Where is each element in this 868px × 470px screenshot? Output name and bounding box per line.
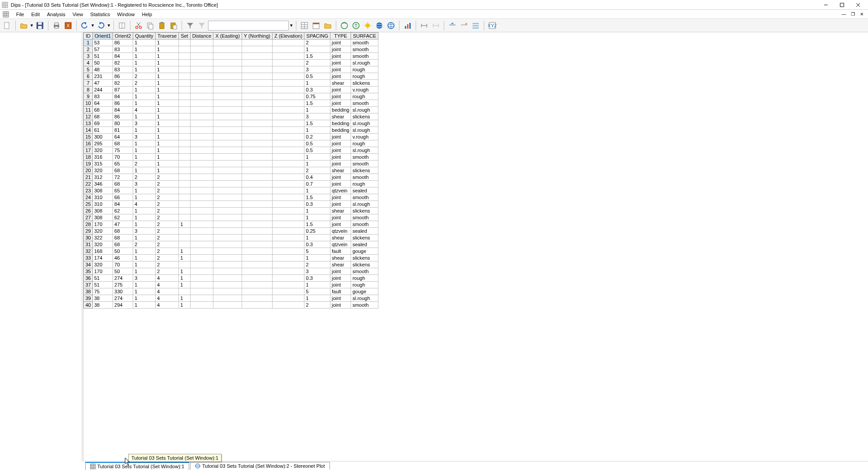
table-cell[interactable] — [242, 235, 272, 241]
table-cell[interactable] — [190, 140, 213, 147]
table-cell[interactable] — [179, 201, 191, 208]
table-cell[interactable]: joint — [330, 194, 351, 201]
table-row[interactable]: 106486111.5jointsmooth — [84, 100, 378, 107]
table-cell[interactable]: slickens — [351, 255, 378, 261]
table-cell[interactable]: 294 — [113, 302, 133, 309]
table-cell[interactable] — [272, 208, 304, 214]
table-cell[interactable]: shear — [330, 80, 351, 87]
filter-combo-dropdown[interactable]: ▾ — [290, 22, 293, 28]
table-cell[interactable] — [272, 127, 304, 134]
table-cell[interactable]: 320 — [93, 228, 113, 235]
table-cell[interactable]: bedding — [330, 107, 351, 113]
column-header[interactable]: TYPE — [330, 33, 351, 39]
table-cell[interactable]: 50 — [93, 60, 113, 66]
column-header[interactable]: Z (Elevation) — [272, 33, 304, 39]
filter-clear-button[interactable] — [196, 20, 207, 31]
table-cell[interactable] — [272, 167, 304, 174]
table-row[interactable]: 136980311.5beddingsl.rough — [84, 120, 378, 127]
table-cell[interactable] — [190, 100, 213, 107]
table-cell[interactable] — [272, 174, 304, 181]
table-cell[interactable]: 4 — [133, 201, 156, 208]
table-cell[interactable]: 1 — [133, 39, 156, 46]
table-cell[interactable]: 3 — [84, 53, 93, 60]
table-cell[interactable]: joint — [330, 174, 351, 181]
table-cell[interactable]: 310 — [93, 201, 113, 208]
table-cell[interactable] — [179, 80, 191, 87]
table-row[interactable]: 74782211shearslickens — [84, 80, 378, 87]
table-cell[interactable]: 37 — [84, 282, 93, 288]
table-cell[interactable] — [272, 221, 304, 228]
close-button[interactable] — [850, 0, 866, 9]
table-cell[interactable]: 2 — [156, 221, 179, 228]
table-cell[interactable] — [272, 53, 304, 60]
table-cell[interactable] — [190, 282, 213, 288]
table-cell[interactable]: bedding — [330, 127, 351, 134]
table-cell[interactable]: 330 — [113, 288, 133, 295]
table-cell[interactable] — [242, 73, 272, 80]
table-cell[interactable]: 46 — [113, 255, 133, 261]
column-header[interactable]: X (Easting) — [213, 33, 242, 39]
table-cell[interactable]: smooth — [351, 194, 378, 201]
manage-rows-button[interactable] — [470, 20, 481, 31]
table-cell[interactable] — [213, 221, 242, 228]
table-cell[interactable] — [272, 161, 304, 167]
table-cell[interactable]: joint — [330, 60, 351, 66]
column-header[interactable]: Y (Northing) — [242, 33, 272, 39]
table-cell[interactable] — [213, 53, 242, 60]
table-row[interactable]: 1931565211jointsmooth — [84, 161, 378, 167]
table-cell[interactable]: 1 — [156, 147, 179, 154]
filter-button[interactable] — [185, 20, 195, 31]
chart-button[interactable] — [402, 20, 413, 31]
table-cell[interactable]: 2 — [156, 255, 179, 261]
table-cell[interactable]: 17 — [84, 147, 93, 154]
table-cell[interactable]: 1 — [133, 282, 156, 288]
table-cell[interactable]: 7 — [84, 80, 93, 87]
table-cell[interactable]: 1 — [133, 208, 156, 214]
table-cell[interactable]: 1 — [133, 113, 156, 120]
table-row[interactable]: 2131272220.4jointsmooth — [84, 174, 378, 181]
mdi-restore-button[interactable]: ❐ — [849, 11, 856, 17]
table-cell[interactable]: 1 — [156, 46, 179, 53]
table-cell[interactable] — [242, 268, 272, 275]
table-cell[interactable]: 0.5 — [304, 73, 330, 80]
table-cell[interactable] — [242, 214, 272, 221]
table-cell[interactable]: 231 — [93, 73, 113, 80]
table-cell[interactable] — [242, 93, 272, 100]
table-cell[interactable] — [190, 261, 213, 268]
table-cell[interactable] — [242, 80, 272, 87]
table-cell[interactable] — [213, 228, 242, 235]
table-cell[interactable]: 10 — [84, 100, 93, 107]
table-cell[interactable]: 68 — [93, 113, 113, 120]
table-cell[interactable]: 32 — [84, 248, 93, 255]
table-cell[interactable] — [179, 60, 191, 66]
table-cell[interactable]: 70 — [113, 261, 133, 268]
table-cell[interactable] — [190, 46, 213, 53]
options-button[interactable]: XYZ — [487, 20, 498, 31]
table-cell[interactable]: 5 — [84, 66, 93, 73]
globe-solid-button[interactable] — [374, 20, 385, 31]
table-cell[interactable] — [179, 288, 191, 295]
table-cell[interactable] — [272, 107, 304, 113]
column-header[interactable]: SPACING — [304, 33, 330, 39]
table-row[interactable]: 2730862121jointsmooth — [84, 214, 378, 221]
table-cell[interactable]: 40 — [84, 302, 93, 309]
column-header[interactable]: Set — [179, 33, 191, 39]
table-cell[interactable]: 1 — [304, 208, 330, 214]
table-cell[interactable]: 48 — [93, 66, 113, 73]
table-cell[interactable]: gouge — [351, 288, 378, 295]
table-cell[interactable] — [242, 147, 272, 154]
table-cell[interactable]: 68 — [113, 228, 133, 235]
table-cell[interactable]: 72 — [113, 174, 133, 181]
table-row[interactable]: 1831670111jointsmooth — [84, 154, 378, 161]
column-header[interactable]: Distance — [190, 33, 213, 39]
table-cell[interactable] — [242, 161, 272, 167]
table-cell[interactable]: 1 — [156, 140, 179, 147]
table-cell[interactable] — [242, 282, 272, 288]
table-cell[interactable]: 1 — [133, 302, 156, 309]
table-cell[interactable]: 0.75 — [304, 93, 330, 100]
table-cell[interactable]: 2 — [156, 208, 179, 214]
table-cell[interactable]: fault — [330, 288, 351, 295]
table-cell[interactable] — [272, 241, 304, 248]
table-cell[interactable]: 15 — [84, 134, 93, 140]
table-cell[interactable]: 62 — [113, 208, 133, 214]
